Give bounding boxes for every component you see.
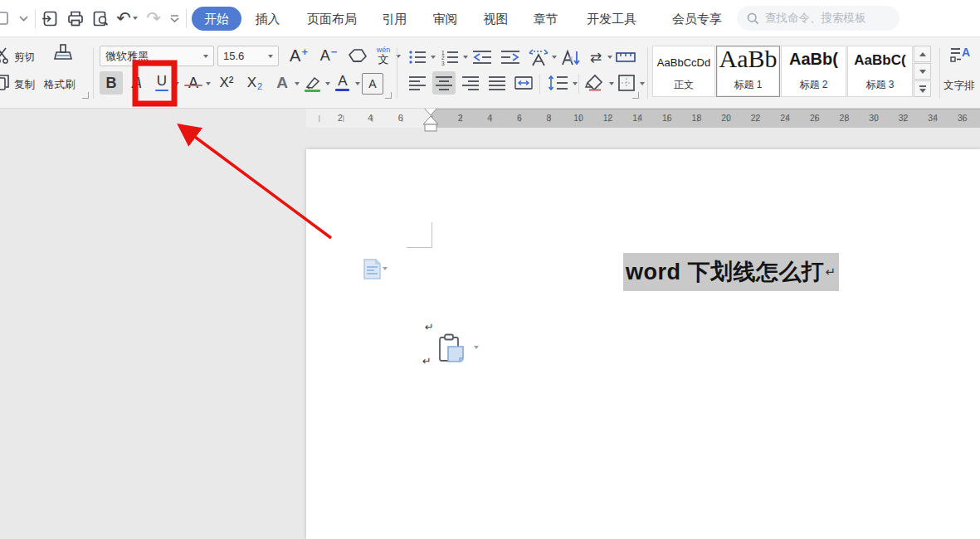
style-flag-icon[interactable]: [362, 258, 383, 280]
document-page[interactable]: [306, 149, 980, 539]
italic-button[interactable]: A: [126, 71, 148, 95]
increase-indent-button[interactable]: [498, 46, 523, 69]
bold-button[interactable]: B: [100, 71, 123, 95]
sort-button[interactable]: [559, 46, 583, 69]
font-color-dropdown-icon[interactable]: [355, 82, 360, 85]
style-sample: AaBb: [717, 45, 779, 73]
text-effects-dropdown-icon[interactable]: [295, 82, 300, 85]
tab-references[interactable]: 引用: [372, 7, 417, 31]
cut-button[interactable]: 剪切: [14, 51, 35, 65]
style-heading-2[interactable]: AaBb( 标题 2: [781, 46, 846, 97]
borders-dropdown-icon[interactable]: [640, 82, 645, 85]
sort-icon: [561, 48, 581, 66]
undo-dropdown-icon[interactable]: [133, 17, 138, 20]
style-heading-3[interactable]: AaBbC( 标题 3: [847, 46, 913, 97]
numbering-button[interactable]: 123: [438, 46, 461, 69]
format-painter-button[interactable]: 格式刷: [44, 78, 76, 92]
copy-button[interactable]: 复制: [14, 78, 35, 92]
line-spacing-dropdown-icon[interactable]: [573, 82, 578, 85]
chevron-down-icon[interactable]: [15, 7, 32, 29]
tab-review[interactable]: 审阅: [422, 7, 468, 31]
tab-dev-tools[interactable]: 开发工具: [576, 7, 647, 31]
font-size-dropdown-icon: [268, 55, 273, 58]
styles-more-button[interactable]: [914, 80, 931, 97]
align-left-button[interactable]: [406, 71, 429, 95]
clipboard-group-expander[interactable]: [82, 92, 89, 99]
font-size-select[interactable]: 15.6: [217, 46, 279, 66]
styles-scroll-down-button[interactable]: [914, 63, 931, 80]
tab-insert[interactable]: 插入: [245, 7, 290, 31]
ruler-tabs-icon: [616, 50, 636, 65]
selected-heading-text[interactable]: word 下划线怎么打 ↵: [623, 253, 839, 291]
ruler-number: 32: [899, 113, 909, 124]
font-family-select[interactable]: 微软雅黑: [100, 46, 214, 66]
char-scale-dropdown-icon[interactable]: [552, 56, 557, 59]
clear-format-button[interactable]: [345, 44, 370, 67]
redo-icon[interactable]: ↷: [143, 7, 164, 29]
decrease-indent-button[interactable]: [470, 46, 495, 69]
bullets-dropdown-icon[interactable]: [431, 56, 436, 59]
font-color-button[interactable]: A: [332, 71, 353, 95]
indent-markers[interactable]: [422, 106, 440, 132]
paste-options-dropdown-icon[interactable]: [474, 346, 479, 349]
char-border-button[interactable]: A: [362, 73, 383, 95]
text-layout-button[interactable]: A: [948, 44, 978, 70]
toolbar-collapse-icon[interactable]: [166, 7, 183, 29]
strikethrough-dropdown-icon[interactable]: [206, 82, 211, 85]
tab-home[interactable]: 开始: [192, 7, 241, 31]
style-flag-dropdown-icon[interactable]: [383, 267, 388, 270]
font-group-expander[interactable]: [385, 92, 392, 99]
text-boundary-corner-mark: [407, 222, 432, 248]
tab-stops-button[interactable]: [614, 46, 637, 69]
char-scale-button[interactable]: [526, 46, 551, 69]
text-direction-button[interactable]: ⇄: [585, 46, 607, 69]
align-right-button[interactable]: [459, 71, 482, 95]
shading-dropdown-icon[interactable]: [609, 82, 614, 85]
shading-icon: [584, 74, 606, 92]
style-body-text[interactable]: AaBbCcDd 正文: [652, 46, 715, 97]
tab-view[interactable]: 视图: [473, 7, 519, 31]
underline-dropdown-icon[interactable]: [174, 82, 179, 85]
superscript-button[interactable]: X²: [213, 71, 240, 95]
justify-button[interactable]: [485, 71, 509, 95]
bullets-button[interactable]: [406, 46, 429, 69]
ruler-number: 14: [632, 113, 642, 124]
distribute-button[interactable]: [511, 71, 536, 95]
paragraph-group-expander[interactable]: [632, 92, 639, 99]
search-input[interactable]: 查找命令、搜索模板: [737, 6, 900, 31]
copy-icon[interactable]: [0, 74, 12, 92]
text-effects-button[interactable]: A: [271, 71, 294, 95]
line-spacing-button[interactable]: [544, 71, 571, 95]
numbering-dropdown-icon[interactable]: [463, 56, 468, 59]
highlight-dropdown-icon[interactable]: [325, 82, 330, 85]
underline-button[interactable]: U: [150, 71, 173, 95]
tab-member[interactable]: 会员专享: [661, 7, 734, 31]
shrink-font-button[interactable]: A−: [315, 44, 342, 67]
format-painter-icon[interactable]: [51, 44, 75, 74]
window-menu-partial-icon[interactable]: [0, 10, 10, 27]
undo-icon[interactable]: ↶: [113, 7, 134, 29]
style-label: 标题 2: [782, 78, 846, 92]
style-sample: AaBb(: [782, 50, 846, 69]
pinyin-guide-button[interactable]: wén 文: [373, 42, 394, 69]
print-preview-icon[interactable]: [90, 7, 111, 29]
subscript-button[interactable]: X 2: [241, 71, 268, 95]
ribbon-divider: [539, 74, 540, 94]
tab-section[interactable]: 章节: [523, 7, 568, 31]
export-icon[interactable]: [39, 7, 61, 29]
shading-button[interactable]: [583, 71, 607, 95]
styles-scroll-up-button[interactable]: [914, 46, 931, 62]
tab-page-layout[interactable]: 页面布局: [301, 7, 363, 31]
highlight-color-bar: [305, 90, 320, 92]
cut-icon[interactable]: [0, 46, 12, 65]
borders-button[interactable]: [615, 71, 638, 95]
align-center-button[interactable]: [432, 71, 456, 95]
grow-font-button[interactable]: A+: [285, 44, 312, 67]
horizontal-ruler[interactable]: 64224681012141618202224262830323436: [0, 109, 980, 128]
strikethrough-button[interactable]: A: [182, 71, 205, 95]
paste-options-icon[interactable]: [436, 333, 470, 365]
style-heading-1[interactable]: AaBb 标题 1: [716, 46, 780, 97]
print-icon[interactable]: [65, 7, 86, 29]
text-direction-dropdown-icon[interactable]: [607, 56, 612, 59]
highlight-color-button[interactable]: [301, 71, 324, 95]
